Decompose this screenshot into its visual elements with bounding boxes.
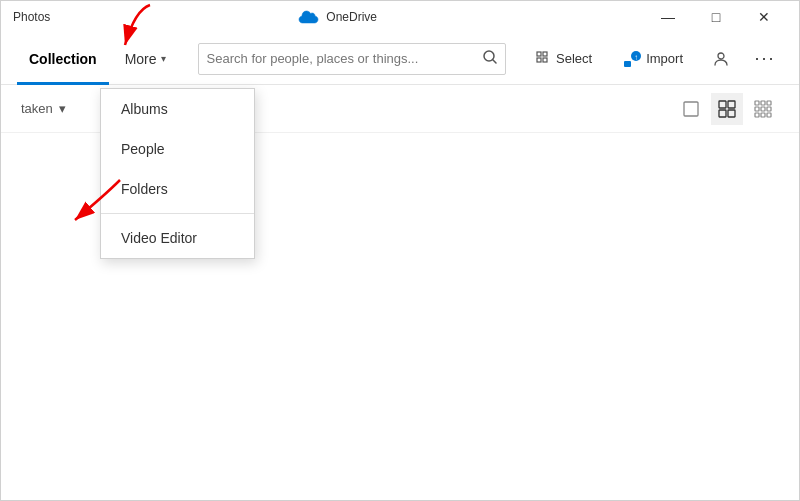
onedrive-label: OneDrive — [326, 10, 377, 24]
collection-label: Collection — [29, 51, 97, 67]
minimize-button[interactable]: — — [645, 1, 691, 33]
import-label: Import — [646, 51, 683, 66]
list-view-icon — [682, 100, 700, 118]
svg-rect-18 — [755, 107, 759, 111]
user-icon — [713, 51, 729, 67]
svg-rect-5 — [543, 58, 547, 62]
grid-view-icon — [718, 100, 736, 118]
svg-line-1 — [493, 60, 496, 63]
toolbar-right: Select ↑ Import ··· — [526, 43, 783, 75]
select-icon — [536, 51, 552, 67]
grid-view-button[interactable] — [711, 93, 743, 125]
svg-rect-4 — [537, 58, 541, 62]
svg-rect-19 — [761, 107, 765, 111]
svg-rect-13 — [719, 110, 726, 117]
maximize-button[interactable]: □ — [693, 1, 739, 33]
view-toggle — [675, 93, 779, 125]
svg-rect-21 — [755, 113, 759, 117]
svg-rect-15 — [755, 101, 759, 105]
select-button[interactable]: Select — [526, 43, 602, 75]
svg-rect-17 — [767, 101, 771, 105]
title-bar-left: Photos — [13, 10, 50, 24]
search-input[interactable] — [207, 51, 483, 66]
svg-rect-2 — [537, 52, 541, 56]
svg-rect-20 — [767, 107, 771, 111]
dropdown-item-people[interactable]: People — [101, 129, 254, 169]
svg-rect-6 — [624, 61, 631, 67]
close-button[interactable]: ✕ — [741, 1, 787, 33]
dropdown-item-video-editor[interactable]: Video Editor — [101, 218, 254, 258]
search-button[interactable] — [483, 50, 497, 67]
compact-view-icon — [754, 100, 772, 118]
toolbar: Collection More ▾ — [1, 33, 799, 85]
date-filter-label: taken — [21, 101, 53, 116]
more-label: More — [125, 51, 157, 67]
user-button[interactable] — [703, 43, 739, 75]
more-options-button[interactable]: ··· — [747, 43, 783, 75]
select-label: Select — [556, 51, 592, 66]
list-view-button[interactable] — [675, 93, 707, 125]
dropdown-item-folders[interactable]: Folders — [101, 169, 254, 209]
svg-rect-22 — [761, 113, 765, 117]
search-icon — [483, 50, 497, 64]
svg-point-9 — [718, 53, 724, 59]
onedrive-section: OneDrive — [298, 10, 377, 24]
date-filter[interactable]: taken ▾ — [21, 101, 66, 116]
collection-tab[interactable]: Collection — [17, 41, 109, 77]
onedrive-icon — [298, 10, 320, 24]
main-window: Photos OneDrive — □ ✕ Collection More ▾ — [0, 0, 800, 501]
title-bar: Photos OneDrive — □ ✕ — [1, 1, 799, 33]
app-title: Photos — [13, 10, 50, 24]
svg-rect-12 — [728, 101, 735, 108]
more-dots-label: ··· — [754, 48, 775, 69]
more-tab[interactable]: More ▾ — [113, 41, 178, 77]
svg-rect-3 — [543, 52, 547, 56]
dropdown-menu: Albums People Folders Video Editor — [100, 88, 255, 259]
svg-rect-14 — [728, 110, 735, 117]
svg-rect-10 — [684, 102, 698, 116]
dropdown-item-albums[interactable]: Albums — [101, 89, 254, 129]
svg-text:↑: ↑ — [634, 53, 638, 62]
search-bar — [198, 43, 506, 75]
svg-rect-11 — [719, 101, 726, 108]
svg-rect-23 — [767, 113, 771, 117]
dropdown-divider — [101, 213, 254, 214]
svg-rect-16 — [761, 101, 765, 105]
date-filter-chevron: ▾ — [59, 101, 66, 116]
more-chevron: ▾ — [161, 53, 166, 64]
import-button[interactable]: ↑ Import — [610, 43, 695, 75]
compact-view-button[interactable] — [747, 93, 779, 125]
import-icon: ↑ — [622, 49, 642, 69]
window-controls: — □ ✕ — [645, 1, 787, 33]
